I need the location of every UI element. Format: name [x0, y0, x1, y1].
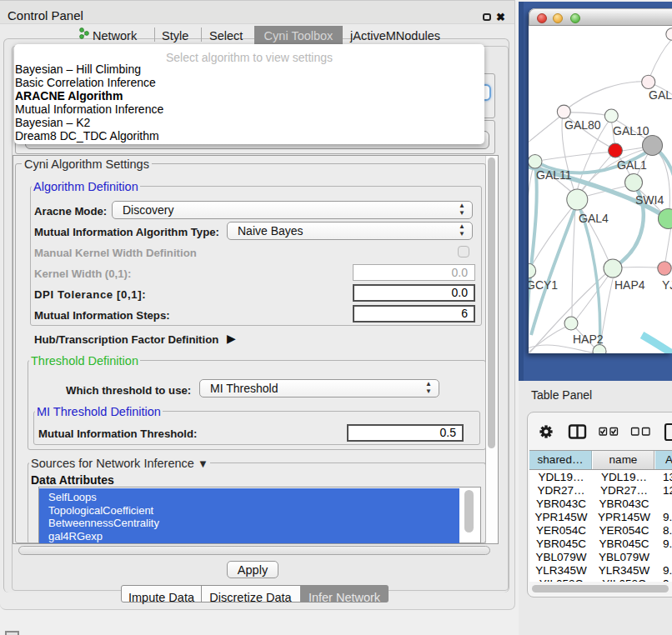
svg-text:GAL10: GAL10	[613, 124, 649, 138]
svg-text:GAL4: GAL4	[579, 212, 609, 225]
svg-text:GCY1: GCY1	[529, 278, 558, 292]
svg-text:HAP2: HAP2	[573, 332, 604, 346]
svg-text:GAL1: GAL1	[617, 158, 647, 172]
svg-text:GAL80: GAL80	[564, 118, 601, 132]
svg-text:GAL7: GAL7	[649, 88, 672, 102]
svg-text:SWI4: SWI4	[635, 193, 664, 207]
svg-text:GAL11: GAL11	[536, 168, 572, 182]
svg-text:YJ: YJ	[662, 278, 672, 292]
svg-text:HAP4: HAP4	[614, 278, 645, 292]
